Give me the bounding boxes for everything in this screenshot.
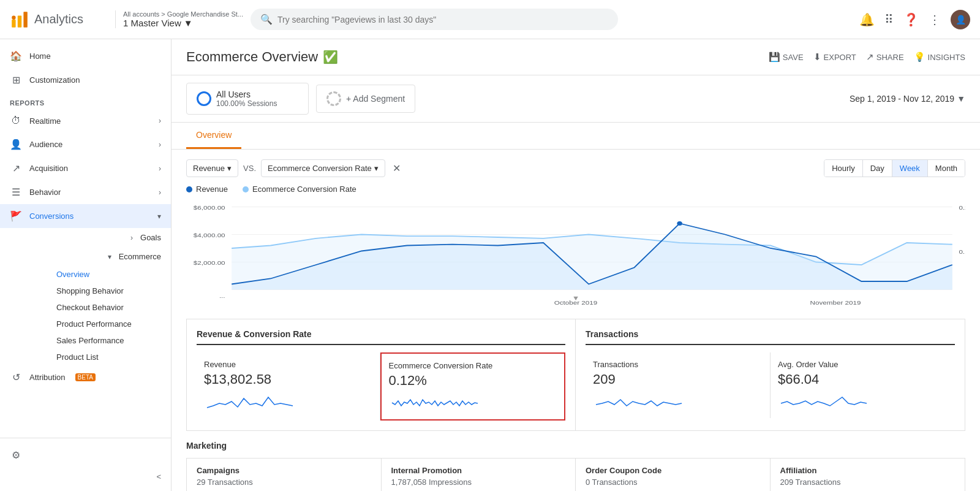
sidebar-item-acquisition[interactable]: ↗ Acquisition › bbox=[0, 156, 171, 180]
sidebar-item-attribution[interactable]: ↺ Attribution BETA bbox=[0, 365, 171, 389]
metric2-close-button[interactable]: ✕ bbox=[393, 162, 401, 174]
sidebar-item-conversions[interactable]: 🚩 Conversions ▾ bbox=[0, 204, 171, 228]
header-actions: 💾 SAVE ⬇ EXPORT ↗ SHARE 💡 INSIGHTS bbox=[769, 51, 965, 63]
metric2-chevron: ▾ bbox=[374, 164, 379, 173]
search-input[interactable] bbox=[277, 15, 608, 25]
metric-conversion-value: 0.12% bbox=[389, 373, 557, 389]
marketing-item-sub-0: 29 Transactions bbox=[197, 478, 371, 487]
segment-all-users-label: All Users bbox=[216, 89, 277, 99]
export-icon: ⬇ bbox=[813, 51, 821, 63]
avatar[interactable]: 👤 bbox=[951, 10, 970, 29]
metric-revenue-label: Revenue bbox=[204, 360, 372, 369]
sidebar-item-ecommerce[interactable]: ▾ Ecommerce bbox=[20, 247, 171, 266]
customization-icon: ⊞ bbox=[10, 74, 22, 86]
realtime-icon: ⏱ bbox=[10, 115, 22, 126]
metric-transactions-label: Transactions bbox=[593, 360, 763, 369]
sidebar-item-product-performance[interactable]: Product Performance bbox=[49, 316, 171, 332]
marketing-section: Marketing Campaigns 29 Transactions $1,3… bbox=[172, 431, 980, 491]
goals-chevron: › bbox=[130, 234, 133, 242]
main-content: Ecommerce Overview ✅ 💾 SAVE ⬇ EXPORT ↗ S… bbox=[172, 39, 980, 491]
page-title: Ecommerce Overview ✅ bbox=[186, 49, 338, 65]
marketing-item-3: Affiliation 209 Transactions $13,802.58 … bbox=[771, 459, 965, 491]
metric-card-transactions: Transactions 209 bbox=[586, 352, 771, 418]
date-range-label: Sep 1, 2019 - Nov 12, 2019 bbox=[850, 94, 954, 104]
export-button[interactable]: ⬇ EXPORT bbox=[813, 51, 856, 63]
svg-rect-0 bbox=[12, 20, 15, 28]
sidebar-nav: 🏠 Home ⊞ Customization REPORTS ⏱ Realtim… bbox=[0, 39, 171, 394]
sidebar-item-customization-label: Customization bbox=[29, 75, 80, 85]
search-icon: 🔍 bbox=[260, 13, 273, 25]
marketing-item-label-2: Order Coupon Code bbox=[586, 466, 760, 475]
sidebar-item-audience[interactable]: 👤 Audience › bbox=[0, 132, 171, 156]
attribution-icon: ↺ bbox=[10, 371, 22, 383]
home-icon: 🏠 bbox=[10, 50, 22, 62]
date-range-selector[interactable]: Sep 1, 2019 - Nov 12, 2019 ▼ bbox=[850, 94, 965, 104]
metric-card-revenue: Revenue $13,802.58 bbox=[197, 352, 380, 421]
marketing-item-0: Campaigns 29 Transactions $1,306.59 Reve… bbox=[187, 459, 382, 491]
chart-section: Revenue ▾ VS. Ecommerce Conversion Rate … bbox=[172, 150, 980, 319]
apps-button[interactable]: ⠿ bbox=[884, 12, 894, 27]
sidebar-item-product-list[interactable]: Product List bbox=[49, 349, 171, 365]
metric-avg-order-sparkline bbox=[778, 392, 948, 411]
add-segment-chip[interactable]: + Add Segment bbox=[316, 85, 415, 113]
sidebar-item-settings[interactable]: ⚙ bbox=[0, 443, 171, 467]
save-label: SAVE bbox=[783, 53, 804, 62]
account-view-selector[interactable]: 1 Master View ▼ bbox=[123, 18, 243, 28]
sidebar-item-overview-label: Overview bbox=[56, 270, 89, 279]
metric1-selector[interactable]: Revenue ▾ bbox=[186, 159, 238, 177]
metric2-selector[interactable]: Ecommerce Conversion Rate ▾ bbox=[261, 159, 385, 177]
sidebar-item-goals[interactable]: › Goals bbox=[20, 228, 171, 247]
search-bar[interactable]: 🔍 bbox=[251, 9, 618, 30]
more-options-button[interactable]: ⋮ bbox=[929, 12, 941, 27]
tab-overview[interactable]: Overview bbox=[186, 123, 241, 149]
chart-controls: Revenue ▾ VS. Ecommerce Conversion Rate … bbox=[186, 159, 965, 177]
marketing-item-sub-2: 0 Transactions bbox=[586, 478, 760, 487]
sidebar-item-ecommerce-label: Ecommerce bbox=[119, 252, 161, 261]
sidebar-item-shopping-behavior[interactable]: Shopping Behavior bbox=[49, 283, 171, 299]
chart-dropdown-arrow[interactable]: ▼ bbox=[572, 294, 580, 302]
share-button[interactable]: ↗ SHARE bbox=[866, 51, 904, 63]
content-header: Ecommerce Overview ✅ 💾 SAVE ⬇ EXPORT ↗ S… bbox=[172, 39, 980, 75]
sidebar-item-overview[interactable]: Overview bbox=[49, 266, 171, 283]
sidebar-item-sales-performance[interactable]: Sales Performance bbox=[49, 332, 171, 349]
svg-point-3 bbox=[12, 15, 15, 19]
time-btn-month[interactable]: Month bbox=[928, 160, 965, 177]
metrics-section-revenue-title: Revenue & Conversion Rate bbox=[197, 329, 565, 345]
insights-button[interactable]: 💡 INSIGHTS bbox=[914, 51, 965, 63]
time-btn-week[interactable]: Week bbox=[892, 160, 928, 177]
yaxis-right-label-2: 0.10% bbox=[959, 248, 965, 255]
sidebar-item-acquisition-label: Acquisition bbox=[29, 164, 68, 173]
sidebar-item-behavior[interactable]: ☰ Behavior › bbox=[0, 180, 171, 204]
segment-info: All Users 100.00% Sessions bbox=[216, 89, 277, 108]
marketing-item-label-0: Campaigns bbox=[197, 466, 371, 475]
insights-label: INSIGHTS bbox=[928, 53, 965, 62]
acquisition-icon: ↗ bbox=[10, 162, 22, 174]
metrics-row-revenue: Revenue $13,802.58 Ecommerce Conversion … bbox=[197, 352, 565, 421]
marketing-item-label-1: Internal Promotion bbox=[391, 466, 566, 475]
top-actions: 🔔 ⠿ ❓ ⋮ 👤 bbox=[859, 10, 970, 29]
time-btn-day[interactable]: Day bbox=[863, 160, 892, 177]
metric1-label: Revenue bbox=[193, 164, 225, 173]
report-tabs: Overview bbox=[172, 123, 980, 150]
save-button[interactable]: 💾 SAVE bbox=[769, 51, 804, 63]
sidebar-item-realtime[interactable]: ⏱ Realtime › bbox=[0, 109, 171, 132]
notifications-button[interactable]: 🔔 bbox=[859, 12, 875, 27]
sidebar-item-checkout-behavior[interactable]: Checkout Behavior bbox=[49, 299, 171, 316]
all-users-segment[interactable]: All Users 100.00% Sessions bbox=[186, 83, 309, 115]
sidebar-item-customization[interactable]: ⊞ Customization bbox=[0, 68, 171, 92]
legend-revenue-label: Revenue bbox=[196, 185, 228, 194]
account-area: All accounts > Google Merchandise St... … bbox=[115, 10, 243, 28]
sidebar-item-home[interactable]: 🏠 Home bbox=[0, 44, 171, 68]
revenue-peak-point bbox=[677, 221, 682, 226]
time-btn-hourly[interactable]: Hourly bbox=[824, 160, 863, 177]
legend-dot-revenue bbox=[186, 186, 192, 192]
app-title: Analytics bbox=[34, 12, 83, 26]
yaxis-label-3: $2,000.00 bbox=[194, 259, 225, 266]
metrics-grid: Revenue & Conversion Rate Revenue $13,80… bbox=[186, 319, 965, 431]
yaxis-label-2: $4,000.00 bbox=[194, 232, 225, 238]
add-segment-label: + Add Segment bbox=[346, 94, 405, 104]
help-button[interactable]: ❓ bbox=[903, 12, 919, 27]
conversions-icon: 🚩 bbox=[10, 210, 22, 222]
sidebar-collapse-button[interactable]: < bbox=[0, 467, 171, 486]
sidebar-item-product-perf-label: Product Performance bbox=[56, 319, 132, 329]
